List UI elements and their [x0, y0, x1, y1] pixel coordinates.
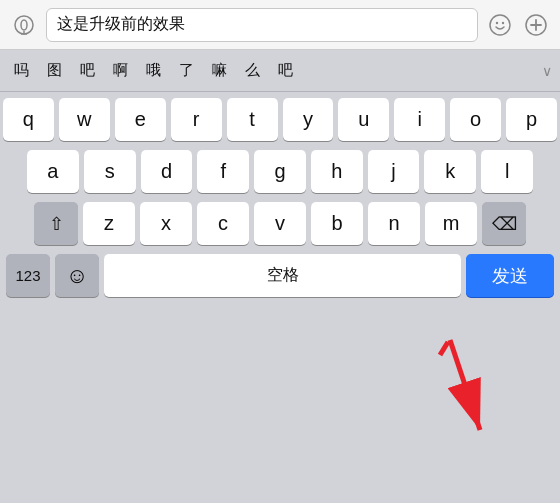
suggestion-item[interactable]: 哦 [140, 59, 167, 82]
key-p[interactable]: p [506, 98, 557, 141]
suggestion-item[interactable]: 图 [41, 59, 68, 82]
key-e[interactable]: e [115, 98, 166, 141]
key-t[interactable]: t [227, 98, 278, 141]
keyboard-row-1: q w e r t y u i o p [3, 98, 557, 141]
keyboard-row-3: ⇧ z x c v b n m ⌫ [3, 202, 557, 245]
send-key[interactable]: 发送 [466, 254, 554, 297]
numbers-key[interactable]: 123 [6, 254, 50, 297]
key-s[interactable]: s [84, 150, 136, 193]
key-o[interactable]: o [450, 98, 501, 141]
key-w[interactable]: w [59, 98, 110, 141]
suggestion-item[interactable]: 啊 [107, 59, 134, 82]
key-l[interactable]: l [481, 150, 533, 193]
key-m[interactable]: m [425, 202, 477, 245]
message-input[interactable] [46, 8, 478, 42]
add-icon[interactable] [522, 11, 550, 39]
shift-key[interactable]: ⇧ [34, 202, 78, 245]
key-i[interactable]: i [394, 98, 445, 141]
key-j[interactable]: j [368, 150, 420, 193]
key-h[interactable]: h [311, 150, 363, 193]
key-u[interactable]: u [338, 98, 389, 141]
suggestion-item[interactable]: 吧 [272, 59, 299, 82]
key-v[interactable]: v [254, 202, 306, 245]
space-key[interactable]: 空格 [104, 254, 461, 297]
key-f[interactable]: f [197, 150, 249, 193]
suggestion-item[interactable]: 吗 [8, 59, 35, 82]
suggestion-item[interactable]: 嘛 [206, 59, 233, 82]
svg-line-12 [440, 342, 448, 355]
keyboard-row-2: a s d f g h j k l [3, 150, 557, 193]
emoji-key[interactable]: ☺ [55, 254, 99, 297]
key-c[interactable]: c [197, 202, 249, 245]
input-bar [0, 0, 560, 50]
svg-point-5 [496, 21, 498, 23]
suggestion-item[interactable]: 了 [173, 59, 200, 82]
svg-point-6 [502, 21, 504, 23]
key-y[interactable]: y [283, 98, 334, 141]
key-d[interactable]: d [141, 150, 193, 193]
key-x[interactable]: x [140, 202, 192, 245]
suggestion-item[interactable]: 么 [239, 59, 266, 82]
key-z[interactable]: z [83, 202, 135, 245]
keyboard-bottom-row: 123 ☺ 空格 发送 [3, 254, 557, 297]
key-n[interactable]: n [368, 202, 420, 245]
svg-point-1 [21, 20, 27, 30]
suggestion-item[interactable]: 吧 [74, 59, 101, 82]
suggestion-bar: 吗 图 吧 啊 哦 了 嘛 么 吧 ∨ [0, 50, 560, 92]
emoji-icon[interactable] [486, 11, 514, 39]
backspace-key[interactable]: ⌫ [482, 202, 526, 245]
key-g[interactable]: g [254, 150, 306, 193]
svg-line-11 [450, 340, 480, 430]
key-b[interactable]: b [311, 202, 363, 245]
key-a[interactable]: a [27, 150, 79, 193]
key-r[interactable]: r [171, 98, 222, 141]
key-q[interactable]: q [3, 98, 54, 141]
key-k[interactable]: k [424, 150, 476, 193]
chevron-down-icon[interactable]: ∨ [542, 63, 552, 79]
audio-icon[interactable] [10, 11, 38, 39]
svg-point-4 [490, 15, 510, 35]
keyboard: q w e r t y u i o p a s d f g h j k l ⇧ … [0, 92, 560, 305]
